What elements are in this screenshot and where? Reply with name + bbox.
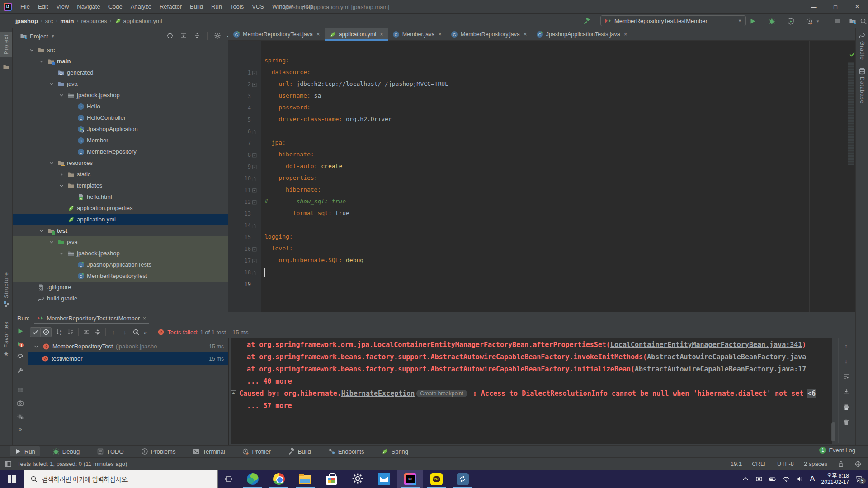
- fold-end-icon[interactable]: [252, 176, 257, 181]
- run-configuration-select[interactable]: MemberRepositoryTest.testMember ▼: [600, 15, 746, 26]
- fold-collapse-icon[interactable]: [252, 247, 257, 252]
- code-line-16[interactable]: logging:: [264, 233, 293, 240]
- next-failed-test-button[interactable]: ↓: [121, 328, 128, 336]
- build-hammer-button[interactable]: [582, 17, 591, 26]
- test-console[interactable]: at org.springframework.orm.jpa.LocalCont…: [231, 338, 832, 444]
- tree-item-templates[interactable]: templates: [13, 180, 228, 191]
- chevron-down-icon[interactable]: [58, 182, 65, 189]
- close-tab-icon[interactable]: ×: [624, 31, 627, 38]
- tree-item-java[interactable]: java: [13, 236, 228, 248]
- menu-edit[interactable]: Edit: [34, 0, 52, 14]
- close-tab-icon[interactable]: ×: [316, 31, 320, 38]
- tree-item-application-yml[interactable]: application.yml: [13, 214, 228, 225]
- breadcrumb-item[interactable]: main: [60, 18, 74, 24]
- tree-item-application-properties[interactable]: application.properties: [13, 202, 228, 214]
- code-line-2[interactable]: datasource:: [264, 69, 311, 75]
- tree-item-member[interactable]: CMember: [13, 135, 228, 146]
- coverage-button[interactable]: [786, 17, 795, 26]
- breadcrumb-item[interactable]: src: [45, 18, 53, 24]
- inspections-ok-icon[interactable]: [849, 51, 856, 58]
- code-line-13[interactable]: # show_sql: true: [264, 198, 346, 205]
- code-line-10[interactable]: ddl-auto: create: [264, 163, 342, 169]
- tree-item-resources[interactable]: resources: [13, 157, 228, 169]
- taskbar-app-store[interactable]: [318, 470, 344, 488]
- tree-item-hello[interactable]: CHello: [13, 101, 228, 112]
- taskbar-app-chrome[interactable]: [266, 470, 292, 488]
- run-button[interactable]: [748, 17, 757, 26]
- attach-debugger-button[interactable]: [17, 413, 24, 420]
- taskbar-search-input[interactable]: 검색하려면 여기에 입력하십시오.: [24, 470, 218, 488]
- tree-item-java[interactable]: java: [13, 78, 228, 89]
- rerun-failed-tests-button[interactable]: !: [17, 341, 24, 348]
- toolwindow-button-spring[interactable]: Spring: [377, 446, 413, 456]
- tree-item-test[interactable]: test: [13, 225, 228, 236]
- fold-collapse-icon[interactable]: [252, 70, 257, 75]
- stripe-tab-structure[interactable]: Structure: [0, 269, 12, 310]
- scroll-to-end-button[interactable]: [843, 388, 850, 395]
- chevron-right-icon[interactable]: [58, 171, 65, 178]
- previous-failed-test-button[interactable]: ↑: [110, 328, 117, 336]
- code-line-6[interactable]: driver-class-name: org.h2.Driver: [264, 116, 392, 122]
- stripe-tab-gradle[interactable]: Gradle: [856, 28, 868, 64]
- fold-collapse-icon[interactable]: [252, 164, 257, 169]
- more-actions-icon[interactable]: »: [19, 426, 22, 432]
- close-icon[interactable]: ×: [142, 315, 146, 322]
- fold-collapse-icon[interactable]: [252, 200, 257, 205]
- test-tree-item-memberrepositorytest[interactable]: MemberRepositoryTest(jpabook.jpasho15 ms: [28, 340, 228, 352]
- stacktrace-link[interactable]: AbstractAutowireCapableBeanFactory.java: [647, 353, 806, 361]
- code-line-18[interactable]: org.hibernate.SQL: debug: [264, 257, 363, 263]
- indent-size[interactable]: 2 spaces: [804, 460, 827, 467]
- stacktrace-link[interactable]: LocalContainerEntityManagerFactoryBean.j…: [610, 341, 802, 349]
- notification-center-button[interactable]: 5: [855, 475, 863, 483]
- console-scrollbar[interactable]: [831, 422, 835, 441]
- tray-chevron-up-icon[interactable]: [742, 475, 749, 483]
- breadcrumb-item[interactable]: resources: [81, 18, 107, 24]
- start-button[interactable]: [0, 470, 24, 488]
- toolwindow-button-problems[interactable]: Problems: [137, 446, 180, 456]
- code-line-3[interactable]: url: jdbc:h2:tcp://localhost/~/jpashop;M…: [264, 80, 448, 87]
- code-line-1[interactable]: spring:: [264, 57, 289, 64]
- code-line-8[interactable]: jpa:: [264, 139, 286, 146]
- stacktrace-link[interactable]: HibernateException: [341, 389, 415, 398]
- editor-tab-member-java[interactable]: CMember.java×: [388, 28, 446, 40]
- editor-tab-jpashopapplicationtests-java[interactable]: CJpashopApplicationTests.java×: [532, 28, 632, 40]
- chevron-down-icon[interactable]: [28, 47, 35, 54]
- stripe-tab-project[interactable]: Project: [0, 32, 12, 57]
- profiler-button[interactable]: [805, 17, 814, 26]
- chevron-down-icon[interactable]: [48, 239, 55, 246]
- toolwindow-toggle-icon[interactable]: [5, 460, 12, 468]
- tree-item--gitignore[interactable]: .gitignore: [13, 282, 228, 293]
- menu-file[interactable]: File: [16, 0, 34, 14]
- ime-language-indicator[interactable]: A: [810, 474, 815, 483]
- fold-expand-icon[interactable]: +: [231, 390, 236, 396]
- menu-code[interactable]: Code: [104, 0, 127, 14]
- toolwindow-button-profiler[interactable]: Profiler: [238, 446, 275, 456]
- chevron-down-icon[interactable]: [58, 250, 65, 257]
- menu-navigate[interactable]: Navigate: [73, 0, 104, 14]
- tree-item-jpabook-jpashop[interactable]: jpabook.jpashop: [13, 89, 228, 101]
- stripe-tab-favorites[interactable]: Favorites ★: [0, 319, 12, 361]
- close-tab-icon[interactable]: ×: [524, 31, 527, 38]
- editor-scrollbar[interactable]: [848, 62, 854, 165]
- create-breakpoint-hint[interactable]: Create breakpoint: [416, 390, 467, 397]
- menu-tools[interactable]: Tools: [226, 0, 248, 14]
- fold-collapse-icon[interactable]: [252, 82, 257, 87]
- maximize-button[interactable]: □: [825, 0, 846, 14]
- chevron-down-icon[interactable]: [48, 80, 55, 88]
- expand-all-button[interactable]: [83, 328, 90, 336]
- minimize-button[interactable]: —: [803, 0, 825, 14]
- code-line-5[interactable]: password:: [264, 104, 311, 111]
- event-log-button[interactable]: 1 Event Log: [819, 447, 855, 454]
- menu-analyze[interactable]: Analyze: [127, 0, 156, 14]
- tree-item-jpashopapplicationtests[interactable]: CJpashopApplicationTests: [13, 259, 228, 270]
- project-folder-icon[interactable]: [0, 63, 12, 70]
- scroll-down-button[interactable]: ↓: [843, 357, 850, 365]
- breadcrumb-item[interactable]: application.yml: [123, 18, 162, 24]
- tree-item-src[interactable]: src: [13, 44, 228, 56]
- menu-run[interactable]: Run: [207, 0, 226, 14]
- expand-all-button[interactable]: [180, 32, 187, 39]
- taskbar-app-capture[interactable]: [449, 470, 476, 488]
- chevron-down-icon[interactable]: [33, 343, 40, 350]
- test-tree-item-testmember[interactable]: testMember15 ms: [28, 352, 228, 365]
- chevron-down-icon[interactable]: [38, 58, 45, 65]
